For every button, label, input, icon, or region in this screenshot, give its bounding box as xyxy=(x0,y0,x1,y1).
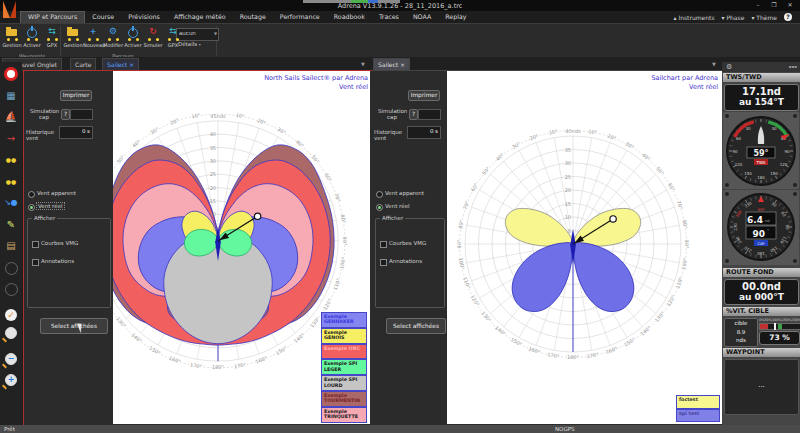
ribbon-button-gestion[interactable]: Gestion xyxy=(2,25,22,48)
chevron-down-icon: ▼ xyxy=(214,31,217,36)
wind-cursor-marker[interactable] xyxy=(254,213,260,219)
svg-text:50°: 50° xyxy=(115,153,126,164)
svg-text:150°: 150° xyxy=(274,345,288,356)
menu-item-phase[interactable]: ▾ Phase xyxy=(722,14,745,21)
edit-waypoint-icon[interactable]: ✎ xyxy=(2,217,20,235)
ribbon-button-modifier[interactable]: ⚙Modifier xyxy=(103,25,123,48)
menu-tab-noaa[interactable]: NOAA xyxy=(406,11,438,23)
right-chart-area[interactable]: 510152025303540nds10°10°20°20°30°30°40°4… xyxy=(447,71,722,424)
waypoints-pair2-icon[interactable]: ●● xyxy=(2,174,20,192)
tab-overflow-right-icon[interactable]: ▼ xyxy=(712,61,716,67)
svg-text:20: 20 xyxy=(210,185,216,191)
menu-tab-affichage-m-t-o[interactable]: Affichage météo xyxy=(167,11,233,23)
ribbon-button-activer[interactable]: Activer xyxy=(123,25,143,48)
legend-item[interactable]: Exemple TRINQUETTE xyxy=(321,407,367,423)
svg-text:60°: 60° xyxy=(323,172,333,183)
svg-text:40°: 40° xyxy=(494,151,505,162)
wind-cursor-marker[interactable] xyxy=(610,216,616,222)
legend-item[interactable]: foctest xyxy=(676,395,720,409)
select-affichees-button[interactable]: Select affichées xyxy=(40,318,108,334)
svg-text:140°: 140° xyxy=(494,324,507,337)
zoom-window-icon[interactable] xyxy=(2,324,20,342)
annotations-checkbox[interactable] xyxy=(32,259,39,266)
maximize-button[interactable]: ❐ xyxy=(768,1,780,8)
menu-tab-roadbook[interactable]: Roadbook xyxy=(327,11,372,23)
sim-help-button[interactable]: ? xyxy=(409,109,418,120)
simulation-cap-input[interactable] xyxy=(418,109,441,120)
zoom-out-icon[interactable]: − xyxy=(2,346,20,364)
legend-item[interactable]: Exemple GENNAKER xyxy=(321,312,367,328)
svg-text:40: 40 xyxy=(210,131,216,137)
ribbon-button-nouveau[interactable]: ＋Nouveau xyxy=(83,25,103,48)
route-dashed-icon[interactable]: ⇝ xyxy=(2,131,20,149)
menu-item-instruments[interactable]: ▴ Instruments xyxy=(673,14,714,21)
wrench-icon: ⚙ xyxy=(105,26,121,41)
menu-item-thème[interactable]: ▾ Thème xyxy=(751,14,777,21)
menu-tab-course[interactable]: Course xyxy=(85,11,121,23)
print-button[interactable]: Imprimer xyxy=(60,90,92,101)
ribbon-button-activer[interactable]: Activer xyxy=(22,25,42,48)
boat-route-icon[interactable]: ⛵ xyxy=(2,109,20,127)
zoom-area1-icon[interactable] xyxy=(2,260,20,278)
twa-label: TWA xyxy=(756,160,766,165)
waypoint-box[interactable]: ... xyxy=(724,359,799,415)
scale-label: 100% xyxy=(772,318,782,322)
tab-overflow-left-icon[interactable]: ▼ xyxy=(361,61,365,67)
power-icon xyxy=(24,26,40,41)
menu-tab-wip-et-parcours[interactable]: WIP et Parcours xyxy=(20,11,85,23)
simulation-cap-input[interactable] xyxy=(70,109,93,120)
svg-text:BSP: BSP xyxy=(758,208,765,212)
vent-apparent-radio[interactable] xyxy=(376,191,383,198)
cible-box: cible 8.9 nds xyxy=(724,318,758,347)
svg-text:20°: 20° xyxy=(607,133,618,142)
ribbon-button-label: GPX xyxy=(42,42,62,48)
legend-item[interactable]: Exemple TOURMENTIN xyxy=(321,391,367,407)
vent-reel-radio[interactable] xyxy=(28,204,35,211)
status-gps: NOGPS xyxy=(555,426,575,432)
menu-tab-traces[interactable]: Traces xyxy=(372,11,406,23)
ribbon-button-gpx[interactable]: ⇆GPX xyxy=(42,25,62,48)
vent-reel-radio[interactable] xyxy=(376,204,383,211)
legend-item[interactable]: spi test xyxy=(676,409,720,423)
minimize-button[interactable]: – xyxy=(752,1,764,8)
legend-item[interactable]: Exemple ORC xyxy=(321,344,367,360)
gear-icon[interactable]: ⚙ xyxy=(726,63,732,71)
legend-item[interactable]: Exemple SPI LOURD xyxy=(321,375,367,391)
waypoint-arrow-icon[interactable]: ↘● xyxy=(2,195,20,213)
vent-apparent-radio[interactable] xyxy=(28,191,35,198)
right-chart-legend: foctestspi test xyxy=(676,395,720,422)
mob-lifebuoy-icon[interactable] xyxy=(2,66,20,84)
zoom-in-icon[interactable]: + xyxy=(2,367,20,385)
historique-vent-input[interactable]: 0 s xyxy=(407,126,441,139)
menu-tab-performance[interactable]: Performance xyxy=(273,11,327,23)
sim-help-button[interactable]: ? xyxy=(61,109,70,120)
waypoints-pair-icon[interactable]: ●● xyxy=(2,152,20,170)
annotations-checkbox[interactable] xyxy=(380,259,387,266)
legend-item[interactable]: Exemple GENOIS xyxy=(321,328,367,344)
historique-vent-input[interactable]: 0 s xyxy=(59,126,93,139)
svg-text:90°: 90° xyxy=(684,240,690,249)
ribbon-button-simuler[interactable]: ↻Simuler xyxy=(143,25,163,48)
svg-text:10: 10 xyxy=(565,214,571,220)
help-icon[interactable]: ? xyxy=(784,13,792,21)
tws-twd-value: 17.1nd au 154°T xyxy=(724,84,799,111)
zoom-area2-icon[interactable] xyxy=(2,281,20,299)
ribbon-button-gestion[interactable]: Gestion xyxy=(63,25,83,48)
print-button[interactable]: Imprimer xyxy=(408,90,440,101)
legend-item[interactable]: Exemple SPI LEGER xyxy=(321,359,367,375)
menu-tab-routage[interactable]: Routage xyxy=(233,11,273,23)
select-affichees-button[interactable]: Select affichées xyxy=(386,318,446,334)
folder-icon xyxy=(65,26,81,41)
logbook-icon[interactable]: ▤ xyxy=(2,238,20,256)
svg-text:50°: 50° xyxy=(481,165,492,176)
courbes-vmg-checkbox[interactable] xyxy=(380,241,387,248)
afficher-label: Afficher xyxy=(32,215,57,221)
grip-dots-icon: ▪▪▪ xyxy=(789,64,797,69)
validate-circle-icon[interactable]: ✓ xyxy=(2,303,20,321)
menu-tab-pr-visions[interactable]: Prévisions xyxy=(121,11,167,23)
courbes-vmg-checkbox[interactable] xyxy=(32,241,39,248)
menu-tab-replay[interactable]: Replay xyxy=(438,11,473,23)
close-button[interactable]: ✕ xyxy=(784,1,796,8)
ribbon-button-gpx[interactable]: ⇆GPX xyxy=(163,25,183,48)
chart-map-icon[interactable]: ▦ xyxy=(2,88,20,106)
